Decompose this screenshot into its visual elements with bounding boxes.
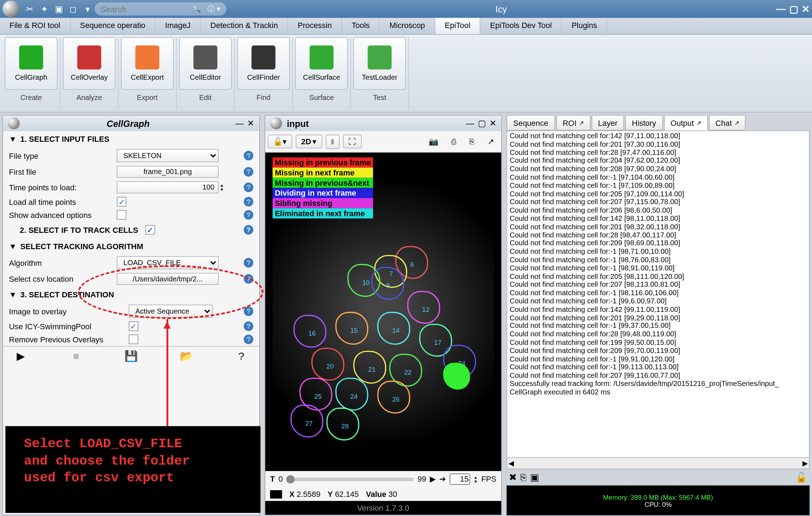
right-tab[interactable]: History [625,115,662,130]
help-icon[interactable]: ? [244,258,253,268]
ribbon-button[interactable]: CellExport [121,37,174,90]
help-icon[interactable]: ? [244,274,253,284]
popout-icon[interactable]: ↗ [579,119,584,126]
play-button[interactable]: ▶ [12,349,30,364]
ribbon-tab[interactable]: Processin [288,18,342,34]
record-icon[interactable]: ⎙ [447,135,461,148]
ribbon-button[interactable]: CellEditor [179,37,232,90]
help-icon[interactable]: ? [244,307,253,316]
help-icon[interactable]: ? [244,167,253,176]
csv-path-button[interactable]: /Users/davide/tmp/2... [117,273,218,285]
help-icon[interactable]: ? [244,151,253,161]
section-3[interactable]: ▼3. SELECT DESTINATION [3,287,259,303]
ribbon-tab[interactable]: Sequence operatio [70,18,155,34]
mode-button[interactable]: 2D ▾ [296,135,322,148]
help-button[interactable]: ? [232,349,250,364]
ribbon-tab[interactable]: ImageJ [156,18,201,34]
info-icon[interactable]: ⓘ ▾ [207,4,220,14]
layout-icon[interactable]: ▣ [53,4,64,14]
window-icon[interactable]: ◻ [68,4,78,14]
save-button[interactable]: 💾 [122,349,140,364]
time-value: 0 [278,475,283,483]
popout-icon[interactable]: ↗ [734,119,739,126]
time-points-label: Time points to load: [9,183,117,192]
ribbon-tab[interactable]: Plugins [562,18,607,34]
loadall-checkbox[interactable]: ✓ [117,197,126,207]
right-tab[interactable]: Layer [591,115,624,130]
help-icon[interactable]: ? [244,225,253,235]
image-canvas[interactable]: 671091214151617202122342524262728 Missin… [265,153,501,471]
maximize-icon[interactable]: ▢ [789,3,798,15]
remove-checkbox[interactable] [129,335,138,344]
scroll-right-icon[interactable]: ▶ [802,459,808,467]
play-icon[interactable]: ▶ [430,475,436,483]
layers-button[interactable]: ⦀ [326,134,339,149]
camera-icon[interactable]: 📷 [424,135,443,148]
algorithm-select[interactable]: LOAD_CSV_FILE [117,256,218,269]
stop-button[interactable]: ■ [67,349,85,364]
panel-minimize-icon[interactable]: — [235,118,244,128]
search-input[interactable] [101,5,190,13]
overlay-label: Missing in previous&next [272,178,373,188]
time-slider[interactable] [287,477,414,481]
output-log[interactable]: Could not find matching cell for:142 [97… [507,130,810,458]
search-box[interactable]: 🔍 ⓘ ▾ [95,2,227,16]
lock-button[interactable]: 🔓▾ [268,135,292,148]
time-points-input[interactable] [117,181,218,194]
ribbon-tab[interactable]: Detection & Trackin [201,18,288,34]
copy-log-icon[interactable]: ⎘ [521,472,527,483]
panel-close-icon[interactable]: ✕ [247,118,254,128]
section-2[interactable]: 2. SELECT IF TO TRACK CELLS ✓ ? [3,221,259,238]
puzzle-icon[interactable]: ✦ [39,4,50,14]
panel-header: CellGraph — ✕ [3,116,259,131]
minimize-icon[interactable]: — [776,3,786,15]
file-type-select[interactable]: SKELETON [117,149,218,162]
first-file-button[interactable]: frame_001.png [117,166,218,178]
track-checkbox[interactable]: ✓ [145,225,155,235]
adv-checkbox[interactable] [117,210,126,220]
section-2b[interactable]: ▼SELECT TRACKING ALGORITHM [3,238,259,254]
next-icon[interactable]: ➔ [439,475,446,483]
open-button[interactable]: 📂 [177,349,195,364]
popout-icon[interactable]: ↗ [696,119,701,126]
right-tab[interactable]: Sequence [507,115,555,130]
right-tab[interactable]: Chat ↗ [709,115,746,130]
cut-icon[interactable]: ✂ [24,4,35,14]
help-icon[interactable]: ? [244,335,253,344]
copy-icon[interactable]: ⎘ [465,135,479,148]
viewer-close-icon[interactable]: ✕ [489,118,496,128]
fit-button[interactable]: ⛶ [343,135,361,148]
ribbon-group: CellOverlayAnalyze [61,37,119,110]
delete-icon[interactable]: ✖ [509,472,517,483]
help-icon[interactable]: ? [244,321,253,331]
scroll-left-icon[interactable]: ◀ [508,459,514,467]
popout-icon[interactable]: ↗ [483,135,499,148]
search-icon[interactable]: 🔍 [192,5,201,13]
dropdown-icon[interactable]: ▾ [82,4,93,14]
right-tab[interactable]: Output ↗ [664,115,707,130]
ribbon-button[interactable]: CellOverlay [63,37,116,90]
ribbon-tab[interactable]: Microscop [380,18,435,34]
export-log-icon[interactable]: ▣ [530,472,539,483]
viewer-maximize-icon[interactable]: ▢ [478,118,486,128]
overlay-select[interactable]: Active Sequence [129,305,212,318]
ribbon-button[interactable]: TestLoader [353,37,406,90]
swim-label: Use ICY-SwimmingPool [9,322,129,331]
ribbon-tab[interactable]: EpiTools Dev Tool [480,18,562,34]
help-icon[interactable]: ? [244,183,253,192]
ribbon-button[interactable]: CellGraph [5,37,58,90]
fps-input[interactable] [450,473,470,485]
ribbon-tab[interactable]: File & ROI tool [0,18,70,34]
ribbon-button[interactable]: CellFinder [237,37,290,90]
help-icon[interactable]: ? [244,210,253,220]
close-icon[interactable]: ✕ [802,3,810,15]
section-1[interactable]: ▼1. SELECT INPUT FILES [3,131,259,147]
lock-output-icon[interactable]: 🔓 [795,472,807,483]
ribbon-tab[interactable]: Tools [342,18,380,34]
help-icon[interactable]: ? [244,197,253,207]
viewer-minimize-icon[interactable]: — [466,118,474,128]
right-tab[interactable]: ROI ↗ [556,115,590,130]
swim-checkbox[interactable]: ✓ [129,321,138,331]
ribbon-button[interactable]: CellSurface [295,37,348,90]
ribbon-tab[interactable]: EpiTool [435,18,480,34]
